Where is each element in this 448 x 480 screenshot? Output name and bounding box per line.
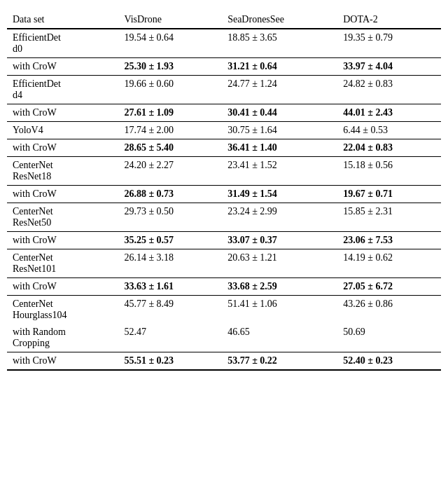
model-cell: with CroW [7, 352, 118, 371]
table-row: YoloV417.74 ± 2.0030.75 ± 1.646.44 ± 0.5… [7, 122, 441, 139]
seadronessee-cell: 31.21 ± 0.64 [222, 58, 337, 76]
seadronessee-cell: 23.24 ± 2.99 [222, 203, 337, 232]
visdrone-cell: 25.30 ± 1.93 [118, 58, 222, 76]
model-cell: with CroW [7, 104, 118, 122]
visdrone-cell: 19.54 ± 0.64 [118, 29, 222, 58]
col-dataset: Data set [7, 14, 118, 29]
model-cell: CenterNet ResNet18 [7, 157, 118, 186]
table-row: EfficientDet d419.66 ± 0.6024.77 ± 1.242… [7, 76, 441, 104]
seadronessee-cell: 46.65 [222, 324, 337, 352]
table-row: CenterNet Hourglass10445.77 ± 8.4951.41 … [7, 296, 441, 324]
seadronessee-cell: 33.68 ± 2.59 [222, 278, 337, 296]
dota2-cell: 6.44 ± 0.53 [337, 122, 441, 139]
dota2-cell: 15.85 ± 2.31 [337, 203, 441, 232]
table-row: CenterNet ResNet5029.73 ± 0.5023.24 ± 2.… [7, 203, 441, 232]
visdrone-cell: 24.20 ± 2.27 [118, 157, 222, 186]
header-row: Data set VisDrone SeaDronesSee DOTA-2 [7, 14, 441, 29]
table-row: CenterNet ResNet1824.20 ± 2.2723.41 ± 1.… [7, 157, 441, 186]
visdrone-cell: 52.47 [118, 324, 222, 352]
dota2-cell: 27.05 ± 6.72 [337, 278, 441, 296]
seadronessee-cell: 30.75 ± 1.64 [222, 122, 337, 139]
dota2-cell: 14.19 ± 0.62 [337, 249, 441, 278]
col-dota2: DOTA-2 [337, 14, 441, 29]
model-cell: EfficientDet d4 [7, 76, 118, 104]
dota2-cell: 19.35 ± 0.79 [337, 29, 441, 58]
visdrone-cell: 19.66 ± 0.60 [118, 76, 222, 104]
visdrone-cell: 35.25 ± 0.57 [118, 232, 222, 249]
seadronessee-cell: 31.49 ± 1.54 [222, 186, 337, 203]
visdrone-cell: 28.65 ± 5.40 [118, 139, 222, 157]
visdrone-cell: 33.63 ± 1.61 [118, 278, 222, 296]
table-row: with CroW27.61 ± 1.0930.41 ± 0.4444.01 ±… [7, 104, 441, 122]
dota2-cell: 44.01 ± 2.43 [337, 104, 441, 122]
visdrone-cell: 27.61 ± 1.09 [118, 104, 222, 122]
seadronessee-cell: 23.41 ± 1.52 [222, 157, 337, 186]
model-cell: YoloV4 [7, 122, 118, 139]
table-row: CenterNet ResNet10126.14 ± 3.1820.63 ± 1… [7, 249, 441, 278]
model-cell: with CroW [7, 186, 118, 203]
results-table: Data set VisDrone SeaDronesSee DOTA-2 Ef… [7, 14, 441, 371]
dota2-cell: 19.67 ± 0.71 [337, 186, 441, 203]
model-cell: with Random Cropping [7, 324, 118, 352]
seadronessee-cell: 30.41 ± 0.44 [222, 104, 337, 122]
model-cell: CenterNet ResNet50 [7, 203, 118, 232]
model-cell: with CroW [7, 278, 118, 296]
table-row: with CroW35.25 ± 0.5733.07 ± 0.3723.06 ±… [7, 232, 441, 249]
visdrone-cell: 55.51 ± 0.23 [118, 352, 222, 371]
seadronessee-cell: 36.41 ± 1.40 [222, 139, 337, 157]
col-seadronessee: SeaDronesSee [222, 14, 337, 29]
dota2-cell: 43.26 ± 0.86 [337, 296, 441, 324]
model-cell: with CroW [7, 232, 118, 249]
model-cell: EfficientDet d0 [7, 29, 118, 58]
col-visdrone: VisDrone [118, 14, 222, 29]
table-row: with CroW55.51 ± 0.2353.77 ± 0.2252.40 ±… [7, 352, 441, 371]
table-row: with Random Cropping52.4746.6550.69 [7, 324, 441, 352]
seadronessee-cell: 20.63 ± 1.21 [222, 249, 337, 278]
dota2-cell: 50.69 [337, 324, 441, 352]
visdrone-cell: 17.74 ± 2.00 [118, 122, 222, 139]
table-row: with CroW33.63 ± 1.6133.68 ± 2.5927.05 ±… [7, 278, 441, 296]
seadronessee-cell: 51.41 ± 1.06 [222, 296, 337, 324]
dota2-cell: 24.82 ± 0.83 [337, 76, 441, 104]
dota2-cell: 15.18 ± 0.56 [337, 157, 441, 186]
seadronessee-cell: 24.77 ± 1.24 [222, 76, 337, 104]
visdrone-cell: 45.77 ± 8.49 [118, 296, 222, 324]
model-cell: CenterNet Hourglass104 [7, 296, 118, 324]
visdrone-cell: 26.14 ± 3.18 [118, 249, 222, 278]
dota2-cell: 22.04 ± 0.83 [337, 139, 441, 157]
table-row: with CroW26.88 ± 0.7331.49 ± 1.5419.67 ±… [7, 186, 441, 203]
model-cell: with CroW [7, 139, 118, 157]
visdrone-cell: 29.73 ± 0.50 [118, 203, 222, 232]
table-row: with CroW28.65 ± 5.4036.41 ± 1.4022.04 ±… [7, 139, 441, 157]
dota2-cell: 33.97 ± 4.04 [337, 58, 441, 76]
model-cell: CenterNet ResNet101 [7, 249, 118, 278]
dota2-cell: 23.06 ± 7.53 [337, 232, 441, 249]
seadronessee-cell: 18.85 ± 3.65 [222, 29, 337, 58]
table-row: with CroW25.30 ± 1.9331.21 ± 0.6433.97 ±… [7, 58, 441, 76]
visdrone-cell: 26.88 ± 0.73 [118, 186, 222, 203]
seadronessee-cell: 53.77 ± 0.22 [222, 352, 337, 371]
seadronessee-cell: 33.07 ± 0.37 [222, 232, 337, 249]
model-cell: with CroW [7, 58, 118, 76]
table-row: EfficientDet d019.54 ± 0.6418.85 ± 3.651… [7, 29, 441, 58]
dota2-cell: 52.40 ± 0.23 [337, 352, 441, 371]
